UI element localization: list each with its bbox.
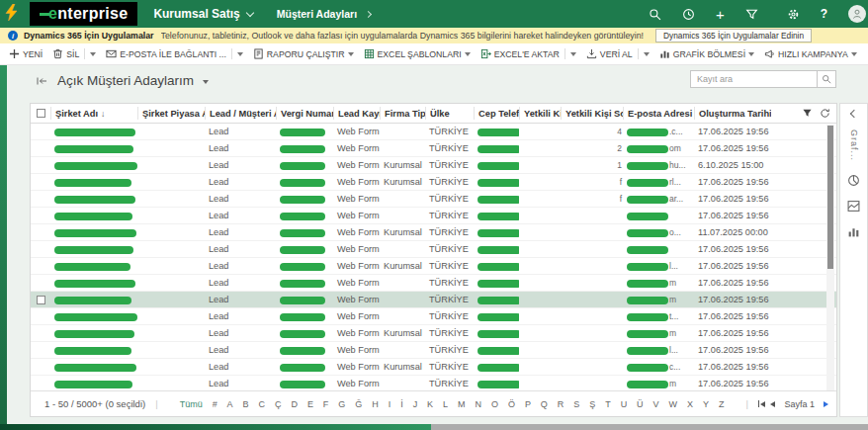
view-selector-caret-icon[interactable] (203, 80, 209, 84)
pie-chart-icon[interactable] (847, 174, 860, 187)
back-icon[interactable] (36, 75, 48, 87)
record-search-input[interactable] (690, 70, 817, 88)
toolbar-button-chart-pane[interactable]: GRAFİK BÖLMESİ (654, 43, 759, 65)
jump-letter[interactable]: P (525, 399, 531, 409)
table-row[interactable]: LeadWeb FormTÜRKİYEfar...17.06.2025 19:5… (31, 191, 836, 208)
toolbar-button-delete[interactable]: SİL (47, 43, 84, 65)
bar-chart-icon[interactable] (847, 225, 860, 238)
jump-letter[interactable]: Ğ (355, 399, 362, 409)
table-row[interactable]: LeadWeb FormTÜRKİYE4.c...17.06.2025 19:5… (31, 124, 836, 140)
search-button[interactable] (817, 70, 836, 88)
column-header[interactable]: Lead / Müşteri Adayı (205, 107, 276, 120)
table-row[interactable]: LeadWeb FormTÜRKİYE2om17.06.2025 19:56 (31, 140, 836, 157)
jump-letter[interactable]: Y (703, 399, 709, 409)
jump-letter[interactable]: J (413, 399, 418, 409)
toolbar-button-email-link-dropdown[interactable] (231, 43, 248, 65)
jump-letter[interactable]: O (491, 399, 498, 409)
jump-letter[interactable]: I (389, 399, 391, 409)
jump-letter[interactable]: R (558, 399, 564, 409)
table-row[interactable]: LeadWeb FormKurumsalTÜRKİYE1hu...6.10.20… (31, 157, 836, 174)
jump-letter[interactable]: E (307, 399, 313, 409)
table-row[interactable]: LeadWeb FormKurumsalTÜRKİYEfrl...17.06.2… (31, 174, 836, 191)
column-header[interactable]: Ülke (425, 107, 474, 120)
nav-entity-breadcrumb[interactable]: Müşteri Adayları (277, 8, 371, 20)
jump-letter[interactable]: Ş (589, 399, 595, 409)
column-header[interactable]: E-posta Adresi Şirket (623, 107, 694, 120)
jump-letter[interactable]: M (458, 399, 466, 409)
gear-icon[interactable] (787, 8, 800, 21)
jump-letter[interactable]: N (475, 399, 481, 409)
column-header[interactable]: Cep Telefonu... (474, 107, 519, 120)
refresh-icon[interactable] (820, 108, 830, 119)
toolbar-button-export-excel-dropdown[interactable] (564, 43, 581, 65)
jump-letter[interactable]: D (291, 399, 298, 409)
row-checkbox[interactable] (37, 296, 45, 304)
jump-letter[interactable]: Ç (275, 399, 282, 409)
table-row[interactable]: LeadWeb FormTÜRKİYEm17.06.2025 19:56 (31, 292, 836, 308)
table-row[interactable]: LeadWeb FormKurumsalTÜRKİYEc...17.06.202… (31, 359, 836, 376)
column-header[interactable]: Şirket Adı↓ (50, 107, 137, 120)
jump-letter[interactable]: Ö (508, 399, 515, 409)
toolbar-button-import-data-dropdown[interactable] (638, 43, 654, 65)
get-apps-button[interactable]: Dynamics 365 İçin Uygulamalar Edinin (655, 29, 812, 43)
jump-all[interactable]: Tümü (180, 399, 203, 409)
toolbar-button-import-data[interactable]: VERİ AL (581, 43, 638, 65)
toolbar-button-email-link[interactable]: E-POSTA İLE BAĞLANTI ... (101, 43, 231, 65)
table-row[interactable]: LeadWeb FormKurumsalTÜRKİYEm17.06.2025 1… (31, 325, 836, 342)
toolbar-button-delete-dropdown[interactable] (84, 43, 101, 65)
view-title[interactable]: Açık Müşteri Adaylarım (57, 73, 194, 88)
jump-letter[interactable]: Ü (637, 399, 644, 409)
table-row[interactable]: LeadWeb FormKurumsalTÜRKİYEo...11.07.202… (31, 224, 836, 241)
column-header[interactable]: Firma Tipi (380, 107, 425, 120)
search-icon[interactable] (649, 8, 661, 21)
toolbar-button-more[interactable] (862, 43, 868, 65)
jump-letter[interactable]: B (243, 399, 249, 409)
vertical-scrollbar[interactable] (826, 125, 834, 390)
nav-area-switcher[interactable]: Kurumsal Satış (153, 7, 252, 21)
recent-items-icon[interactable] (682, 8, 695, 21)
table-row[interactable]: LeadWeb FormTÜRKİYE17.06.2025 19:56 (31, 208, 836, 224)
table-row[interactable]: LeadWeb FormTÜRKİYEt...17.06.2025 19:56 (31, 308, 836, 325)
jump-letter[interactable]: W (669, 399, 678, 409)
grid-filter-icon[interactable] (802, 108, 813, 119)
filter-funnel-icon[interactable] (745, 8, 758, 21)
column-header[interactable]: Vergi Numarası (276, 107, 333, 120)
jump-letter[interactable]: Q (541, 399, 548, 409)
next-page-button[interactable] (824, 401, 828, 407)
column-header[interactable]: Yetkili Kişi Soyad (561, 107, 623, 120)
expand-panel-icon[interactable] (849, 110, 857, 118)
jump-letter[interactable]: U (621, 399, 628, 409)
table-row[interactable]: LeadWeb FormKurumsalTÜRKİYEl...17.06.202… (31, 258, 836, 275)
toolbar-button-run-report[interactable]: RAPORU ÇALIŞTIR (248, 43, 359, 65)
jump-letter[interactable]: T (605, 399, 611, 409)
jump-letter[interactable]: X (687, 399, 693, 409)
select-all-checkbox[interactable] (37, 109, 45, 118)
toolbar-button-export-excel[interactable]: EXCEL'E AKTAR (476, 43, 564, 65)
jump-letter[interactable]: L (443, 399, 448, 409)
toolbar-button-new[interactable]: YENİ (4, 43, 47, 65)
jump-letter[interactable]: K (427, 399, 433, 409)
app-logo[interactable]: enterprise (30, 2, 137, 26)
table-row[interactable]: LeadWeb FormTÜRKİYEl...17.06.2025 19:56 (31, 342, 836, 359)
jump-letter[interactable]: H (372, 399, 379, 409)
table-row[interactable]: LeadWeb FormTÜRKİYE17.06.2025 19:56 (31, 241, 836, 258)
column-header[interactable]: Yetkili Kişi Ad... (519, 107, 561, 120)
quick-create-icon[interactable]: + (716, 8, 725, 21)
line-chart-icon[interactable] (847, 200, 860, 213)
jump-letter[interactable]: İ (400, 399, 403, 409)
jump-letter[interactable]: S (573, 399, 579, 409)
jump-letter[interactable]: G (338, 399, 345, 409)
table-row[interactable]: LeadWeb FormTÜRKİYEm17.06.2025 19:56 (31, 275, 836, 292)
column-header[interactable]: Oluşturma Tarihi (694, 107, 771, 120)
previous-page-button[interactable] (770, 401, 775, 407)
jump-letter[interactable]: F (323, 399, 329, 409)
help-icon[interactable]: ? (821, 7, 827, 21)
scrollbar-thumb[interactable] (827, 126, 833, 269)
column-header[interactable]: Lead Kaynağı... (333, 107, 380, 120)
jump-letter[interactable]: V (653, 399, 659, 409)
jump-letter[interactable]: C (259, 399, 266, 409)
jump-letter[interactable]: Z (719, 399, 725, 409)
jump-letter[interactable]: A (227, 399, 233, 409)
column-header[interactable]: Şirket Piyasa Adı (137, 107, 205, 120)
first-page-button[interactable] (758, 400, 766, 407)
